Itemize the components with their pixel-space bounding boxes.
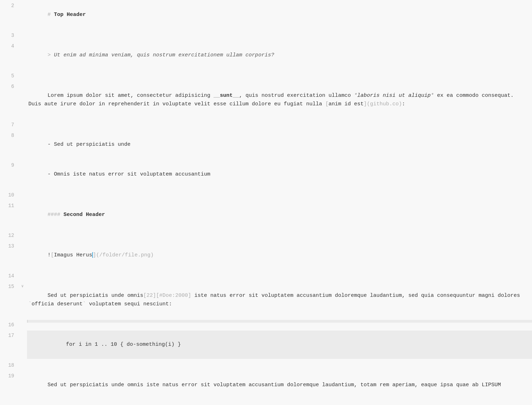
- blockquote-arrow: >: [48, 52, 54, 58]
- link-text-6: anim id est: [328, 101, 364, 107]
- blockquote-text: Ut enim ad minima veniam, quis nostrum e…: [54, 52, 274, 58]
- line-number-7: 7: [0, 120, 21, 128]
- line-number-4: 4: [0, 41, 21, 49]
- link-paren-6a: (: [367, 101, 370, 107]
- line-number-8: 8: [0, 131, 21, 138]
- text-6d: :: [402, 101, 405, 107]
- fold-indicator-6: [21, 82, 27, 84]
- line-11: 11 #### Second Header: [0, 200, 532, 230]
- footnote-15b: [#Doe:2000]: [156, 293, 191, 299]
- list-text-9: Omnis iste natus error sit voluptatem ac…: [54, 171, 210, 177]
- line-content-11[interactable]: #### Second Header: [27, 201, 532, 229]
- line-16: 16: [0, 319, 532, 330]
- line-content-5[interactable]: [27, 71, 532, 74]
- fold-indicator-10: [21, 190, 27, 192]
- line-2: 2 # Top Header: [0, 0, 532, 30]
- line-content-14[interactable]: [27, 271, 532, 274]
- line-10: 10: [0, 189, 532, 200]
- line-content-6[interactable]: Lorem ipsum dolor sit amet, consectetur …: [27, 82, 532, 118]
- line-content-4[interactable]: > Ut enim ad minima veniam, quis nostrum…: [27, 41, 532, 70]
- fold-indicator-18: [21, 360, 27, 362]
- fold-indicator-8: [21, 131, 27, 133]
- line-number-6: 6: [0, 82, 21, 89]
- line-content-2[interactable]: # Top Header: [27, 1, 532, 29]
- line-content-9[interactable]: - Omnis iste natus error sit voluptatem …: [27, 160, 532, 189]
- fold-indicator-2: [21, 1, 27, 3]
- footnote-15a: [22]: [143, 293, 156, 299]
- heading-text: Top Header: [54, 12, 86, 18]
- line-number-15: 15: [0, 282, 21, 289]
- line-number-14: 14: [0, 271, 21, 279]
- text-15c: voluptatem sequi nesciunt:: [86, 301, 172, 307]
- line-4: 4 > Ut enim ad minima veniam, quis nostr…: [0, 40, 532, 70]
- link-url-6: github.co: [370, 101, 399, 107]
- italic-text-6: laboris nisi ut aliquip: [357, 93, 431, 99]
- underline-marker-6a: __: [214, 93, 220, 99]
- fold-indicator-12: [21, 231, 27, 233]
- fold-indicator-16: [21, 320, 27, 322]
- line-18: 18: [0, 360, 532, 370]
- fold-indicator-17: [21, 331, 27, 333]
- fold-indicator-15: ∨: [21, 282, 27, 288]
- heading-hash: #: [48, 12, 54, 18]
- line-number-3: 3: [0, 30, 21, 38]
- line-content-7[interactable]: [27, 120, 532, 123]
- text-6b: , quis nostrud exercitation ullamco: [239, 93, 354, 99]
- line-number-9: 9: [0, 160, 21, 168]
- code-text-17: for i in 1 .. 10 { do-something(i) }: [53, 342, 181, 348]
- list-text-8: Sed ut perspiciatis unde: [54, 142, 131, 148]
- image-bracket-open: [: [51, 252, 54, 258]
- italic-marker-6a: *: [354, 93, 357, 99]
- fold-indicator-5: [21, 71, 27, 73]
- line-13: 13 ![Imagus Herus](/folder/file.png): [0, 240, 532, 270]
- line-content-18[interactable]: [27, 360, 532, 363]
- line-number-10: 10: [0, 190, 21, 198]
- link-bracket-6a: [: [325, 101, 328, 107]
- line-15: 15 ∨ Sed ut perspiciatis unde omnis[22][…: [0, 281, 532, 319]
- line-14: 14: [0, 270, 532, 281]
- backtick-15b: `: [83, 301, 86, 307]
- line-content-16[interactable]: [27, 320, 532, 323]
- line-3: 3: [0, 30, 532, 40]
- line-number-19: 19: [0, 371, 21, 379]
- line-number-12: 12: [0, 231, 21, 238]
- line-number-17: 17: [0, 331, 21, 338]
- fold-indicator-7: [21, 120, 27, 122]
- image-paren-open: (: [96, 252, 99, 258]
- line-content-15[interactable]: Sed ut perspiciatis unde omnis[22][#Doe:…: [27, 282, 532, 318]
- line-content-17[interactable]: for i in 1 .. 10 { do-something(i) }: [27, 331, 532, 359]
- line-19: 19 Sed ut perspiciatis unde omnis iste n…: [0, 370, 532, 400]
- link-paren-6b: ): [399, 101, 402, 107]
- line-number-5: 5: [0, 71, 21, 79]
- image-url: /folder/file.png: [99, 252, 150, 258]
- bold-text-6: sunt: [220, 93, 233, 99]
- image-alt-text: Imagus Herus: [54, 252, 92, 258]
- line-17: 17 for i in 1 .. 10 { do-something(i) }: [0, 330, 532, 360]
- underline-marker-6b: __: [233, 93, 239, 99]
- italic-marker-6b: *: [431, 93, 434, 99]
- fold-indicator-19: [21, 371, 27, 373]
- image-bracket-close: ]: [93, 252, 96, 258]
- line-number-16: 16: [0, 320, 21, 328]
- list-marker-9: -: [48, 171, 54, 177]
- line-6: 6 Lorem ipsum dolor sit amet, consectetu…: [0, 81, 532, 119]
- line-content-10[interactable]: [27, 190, 532, 193]
- line-content-12[interactable]: [27, 231, 532, 233]
- line-number-11: 11: [0, 201, 21, 209]
- text-6a: Lorem ipsum dolor sit amet, consectetur …: [48, 93, 214, 99]
- line-number-18: 18: [0, 360, 21, 368]
- fold-indicator-11: [21, 201, 27, 203]
- line-content-13[interactable]: ![Imagus Herus](/folder/file.png): [27, 241, 532, 270]
- backtick-15a: `: [28, 301, 32, 307]
- line-9: 9 - Omnis iste natus error sit voluptate…: [0, 160, 532, 189]
- fold-indicator-3: [21, 30, 27, 33]
- line-content-8[interactable]: - Sed ut perspiciatis unde: [27, 131, 532, 159]
- line-content-19[interactable]: Sed ut perspiciatis unde omnis iste natu…: [27, 371, 532, 399]
- code-inline-15: officia deserunt: [32, 301, 83, 307]
- line-content-3[interactable]: [27, 30, 532, 33]
- text-15a: Sed ut perspiciatis unde omnis: [48, 293, 143, 299]
- line-5: 5: [0, 70, 532, 81]
- fold-indicator-14: [21, 271, 27, 273]
- image-bang: !: [48, 252, 51, 258]
- line-12: 12: [0, 230, 532, 240]
